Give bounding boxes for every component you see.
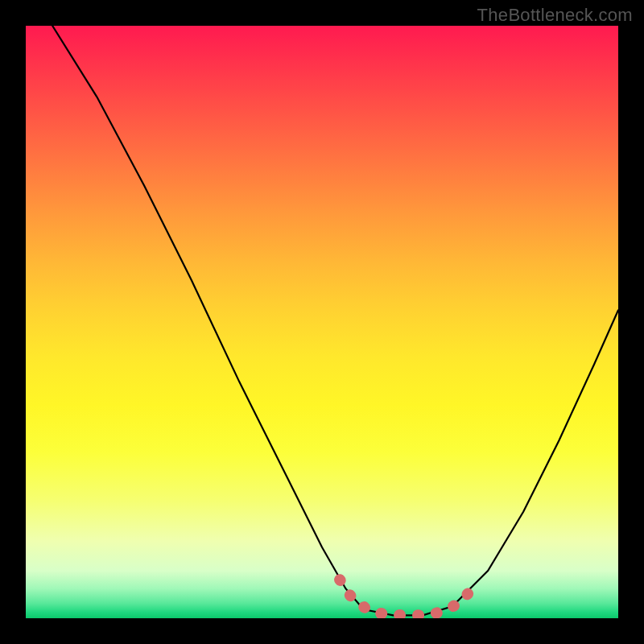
bottleneck-curve (52, 26, 618, 615)
watermark-text: TheBottleneck.com (477, 5, 633, 26)
highlight-segment (340, 580, 476, 615)
chart-canvas (26, 26, 618, 618)
chart-svg (26, 26, 618, 618)
